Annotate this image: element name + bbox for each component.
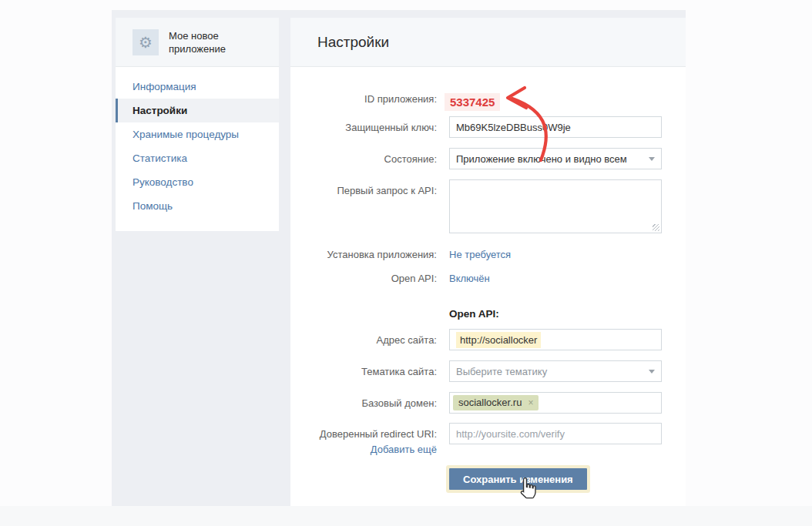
open-api-status-row: Open API: Включён xyxy=(290,273,686,285)
app-console-container: ⚙ Мое новое приложение Информация Настро… xyxy=(112,10,686,506)
redirect-uri-label: Доверенный redirect URI: xyxy=(290,428,437,441)
chevron-down-icon xyxy=(649,370,655,374)
base-domain-label: Базовый домен: xyxy=(290,392,449,410)
base-domain-row: Базовый домен: sociallocker.ru × xyxy=(290,392,686,414)
sidebar-nav: Информация Настройки Хранимые процедуры … xyxy=(116,67,279,218)
redirect-uri-input[interactable] xyxy=(449,423,662,444)
domain-tag: sociallocker.ru × xyxy=(453,395,539,410)
base-domain-input[interactable]: sociallocker.ru × xyxy=(449,392,662,414)
settings-form: ID приложения: 5337425 Защищенный ключ: … xyxy=(290,67,686,490)
install-label: Установка приложения: xyxy=(290,249,449,261)
vk-app-settings-page: ⚙ Мое новое приложение Информация Настро… xyxy=(0,0,812,526)
site-theme-placeholder: Выберите тематику xyxy=(456,366,547,377)
app-id-label: ID приложения: xyxy=(290,93,449,106)
add-more-link[interactable]: Добавить ещё xyxy=(290,444,437,456)
sidebar-app-header: ⚙ Мое новое приложение xyxy=(116,18,279,67)
sidebar-item-help[interactable]: Помощь xyxy=(116,194,279,218)
site-theme-label: Тематика сайта: xyxy=(290,360,449,378)
app-id-row: ID приложения: 5337425 xyxy=(290,93,686,111)
sidebar-item-information[interactable]: Информация xyxy=(116,75,279,99)
site-theme-row: Тематика сайта: Выберите тематику xyxy=(290,360,686,382)
open-api-heading: Open API: xyxy=(449,307,499,320)
sidebar-item-statistics[interactable]: Статистика xyxy=(116,146,279,170)
sidebar-item-settings[interactable]: Настройки xyxy=(116,99,279,122)
remove-domain-icon[interactable]: × xyxy=(528,397,533,408)
page-bottom-strip xyxy=(0,506,812,526)
save-row: Сохранить изменения xyxy=(290,468,686,490)
open-api-status-label: Open API: xyxy=(290,273,449,285)
sidebar: ⚙ Мое новое приложение Информация Настро… xyxy=(116,18,279,231)
page-title: Настройки xyxy=(317,34,389,51)
app-name: Мое новое приложение xyxy=(169,29,253,55)
install-status-link[interactable]: Не требуется xyxy=(449,249,511,260)
secure-key-input[interactable] xyxy=(449,116,662,138)
state-row: Состояние: Приложение включено и видно в… xyxy=(290,148,686,169)
site-theme-select[interactable]: Выберите тематику xyxy=(449,360,662,382)
sidebar-item-guide[interactable]: Руководство xyxy=(116,170,279,194)
redirect-uri-row: Доверенный redirect URI: Добавить ещё xyxy=(290,423,686,456)
first-api-request-label: Первый запрос к API: xyxy=(290,179,449,197)
site-address-input[interactable]: http://sociallocker xyxy=(449,329,662,350)
state-label: Состояние: xyxy=(290,148,449,166)
first-api-request-row: Первый запрос к API: xyxy=(290,179,686,233)
open-api-heading-row: Open API: xyxy=(290,307,686,320)
resize-handle-icon[interactable] xyxy=(653,224,659,231)
settings-header: Настройки xyxy=(290,18,686,67)
domain-tag-text: sociallocker.ru xyxy=(458,397,522,408)
state-select-value: Приложение включено и видно всем xyxy=(456,153,627,165)
state-select[interactable]: Приложение включено и видно всем xyxy=(449,148,662,169)
gear-icon: ⚙ xyxy=(139,35,153,50)
install-row: Установка приложения: Не требуется xyxy=(290,249,686,261)
site-address-label: Адрес сайта: xyxy=(290,329,449,347)
site-address-row: Адрес сайта: http://sociallocker xyxy=(290,329,686,350)
site-address-value-highlighted: http://sociallocker xyxy=(456,332,541,348)
first-api-request-textarea[interactable] xyxy=(449,179,662,233)
settings-panel: Настройки ID приложения: 5337425 Защищен… xyxy=(290,18,686,506)
save-button[interactable]: Сохранить изменения xyxy=(449,468,587,490)
chevron-down-icon xyxy=(649,157,655,161)
sidebar-item-stored-procedures[interactable]: Хранимые процедуры xyxy=(116,122,279,146)
secure-key-label: Защищенный ключ: xyxy=(290,116,449,134)
app-icon: ⚙ xyxy=(133,29,159,55)
open-api-status-link[interactable]: Включён xyxy=(449,273,490,284)
secure-key-row: Защищенный ключ: xyxy=(290,116,686,138)
app-id-value: 5337425 xyxy=(445,93,500,111)
